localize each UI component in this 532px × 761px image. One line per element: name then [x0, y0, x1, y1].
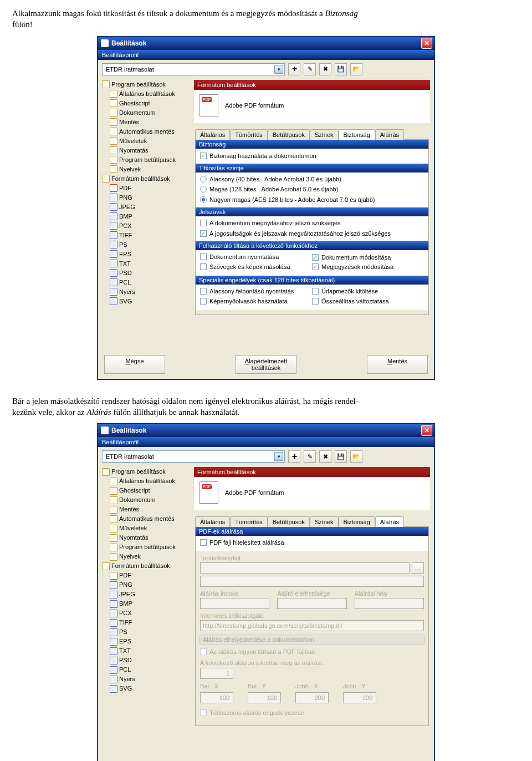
tree-item[interactable]: Program betűtípusok [102, 155, 191, 165]
tree-item[interactable]: JPEG [102, 590, 191, 599]
reason-field[interactable] [200, 598, 269, 609]
tree-item[interactable]: JPEG [102, 202, 191, 212]
close-icon[interactable]: ✕ [421, 38, 432, 49]
browse-button[interactable]: … [412, 562, 424, 574]
tree-item[interactable]: TIFF [102, 618, 191, 627]
block-modify-checkbox[interactable]: ✓Dokumentum módosítása [312, 253, 391, 262]
profile-add-icon[interactable]: ✚ [288, 450, 300, 463]
tree-item[interactable]: EPS [102, 250, 191, 259]
use-security-checkbox[interactable]: ✓Biztonság használata a dokumentumon [200, 151, 316, 160]
profile-save-icon[interactable]: 💾 [335, 63, 347, 75]
tree-item[interactable]: Általános beállítások [102, 89, 191, 99]
enc-vhigh-radio[interactable]: Nagyon magas (AES 128 bites - Adobe Acro… [200, 195, 375, 204]
tree-item[interactable]: SVG [102, 297, 191, 306]
tree-item[interactable]: Nyomtatás [102, 146, 191, 155]
tree-item[interactable]: Dokumentum [102, 108, 191, 118]
pw-perm-checkbox[interactable]: ✓A jogosultságok és jelszavak megváltozt… [200, 229, 391, 238]
profile-save-icon[interactable]: 💾 [335, 450, 347, 463]
sp-lowres-checkbox[interactable]: Alacsony felbontású nyomtatás [200, 287, 294, 296]
tree-item[interactable]: Műveletek [102, 524, 191, 533]
tab-szinek[interactable]: Színek [310, 129, 339, 140]
tab-betutipusok[interactable]: Betűtípusok [268, 129, 310, 140]
tree-item[interactable]: EPS [102, 637, 191, 646]
defaults-button[interactable]: Alapértelmezettbeállítások [236, 355, 296, 374]
chevron-down-icon[interactable]: ▾ [274, 65, 283, 74]
profile-open-icon[interactable]: 📂 [350, 450, 362, 463]
tree-item[interactable]: PSD [102, 656, 191, 665]
tree-item[interactable]: Nyers [102, 674, 191, 684]
profile-open-icon[interactable]: 📂 [350, 63, 362, 75]
tree-item[interactable]: Nyomtatás [102, 533, 191, 542]
sign-enable-checkbox[interactable]: PDF fájl hitelesített aláírása [200, 538, 284, 547]
tree-item[interactable]: Automatikus mentés [102, 127, 191, 136]
close-icon[interactable]: ✕ [421, 425, 432, 436]
tab-szinek[interactable]: Színek [310, 516, 339, 527]
tree-item[interactable]: PCL [102, 665, 191, 674]
sp-assemble-checkbox[interactable]: Összeállítás változtatása [312, 297, 389, 306]
tree-item[interactable]: Műveletek [102, 136, 191, 146]
sp-screen-checkbox[interactable]: Képernyőolvasók használata [200, 297, 288, 306]
location-field[interactable] [355, 598, 424, 609]
tab-altalanos[interactable]: Általános [195, 129, 230, 140]
tree-item[interactable]: Ghostscript [102, 99, 191, 108]
tree-item[interactable]: Program betűtípusok [102, 542, 191, 552]
tab-alairas[interactable]: Aláírás [375, 129, 404, 140]
tab-altalanos[interactable]: Általános [195, 516, 230, 527]
block-copy-checkbox[interactable]: Szövegek és képek másolása [200, 262, 290, 271]
tree-item[interactable]: PSD [102, 268, 191, 278]
tree-item[interactable]: TXT [102, 646, 191, 656]
tree-item[interactable]: Nyelvek [102, 165, 191, 174]
tree-root-format[interactable]: Formátum beállítások [102, 561, 191, 571]
tab-betutipusok[interactable]: Betűtípusok [268, 516, 310, 527]
profile-edit-icon[interactable]: ✎ [304, 63, 316, 75]
cert-pw-field[interactable] [200, 576, 424, 587]
tab-tomorites[interactable]: Tömörítés [230, 129, 268, 140]
titlebar[interactable]: Beállítások ✕ [98, 424, 434, 437]
tree-item[interactable]: TXT [102, 259, 191, 268]
tree-item[interactable]: PS [102, 240, 191, 250]
enc-low-radio[interactable]: Alacsony (40 bites - Adobe Acrobat 3.0 é… [200, 175, 341, 184]
block-print-checkbox[interactable]: Dokumentum nyomtatása [200, 252, 279, 261]
cert-file-field[interactable] [200, 562, 410, 574]
tree-item[interactable]: PDF [102, 184, 191, 193]
nav-tree[interactable]: Program beállítások Általános beállításo… [102, 80, 191, 346]
tree-item[interactable]: SVG [102, 684, 191, 693]
tab-alairas[interactable]: Aláírás [375, 516, 404, 527]
tree-item[interactable]: Ghostscript [102, 486, 191, 495]
save-button[interactable]: Mentés [367, 355, 428, 374]
tree-item[interactable]: Mentés [102, 505, 191, 514]
tree-item[interactable]: Automatikus mentés [102, 514, 191, 524]
profile-add-icon[interactable]: ✚ [288, 63, 300, 75]
tree-item[interactable]: PCL [102, 278, 191, 287]
nav-tree[interactable]: Program beállítások Általános beállításo… [102, 467, 191, 761]
tree-item[interactable]: BMP [102, 599, 191, 608]
tree-item[interactable]: PNG [102, 193, 191, 202]
tree-item[interactable]: PNG [102, 580, 191, 590]
tree-item[interactable]: TIFF [102, 231, 191, 240]
titlebar[interactable]: Beállítások ✕ [98, 37, 434, 50]
chevron-down-icon[interactable]: ▾ [274, 452, 283, 461]
timeserver-field[interactable]: http://timestamp.globalsign.com/scripts/… [200, 620, 424, 631]
tree-item[interactable]: Mentés [102, 118, 191, 127]
tree-item[interactable]: Dokumentum [102, 495, 191, 505]
cancel-button[interactable]: Mégse [104, 355, 165, 374]
tree-item[interactable]: Nyers [102, 287, 191, 297]
profile-delete-icon[interactable]: ✖ [319, 63, 331, 75]
profile-select[interactable]: ETDR iratmasolat ▾ [102, 450, 285, 463]
tree-item[interactable]: Általános beállítások [102, 476, 191, 486]
pw-open-checkbox[interactable]: A dokumentum megnyitásához jelszó szüksé… [200, 219, 341, 227]
tab-biztonsag[interactable]: Biztonság [339, 129, 375, 140]
profile-edit-icon[interactable]: ✎ [304, 450, 316, 463]
tree-root-program[interactable]: Program beállítások [102, 80, 191, 89]
contact-field[interactable] [277, 598, 346, 609]
block-comments-checkbox[interactable]: ✓Megjegyzések módosítása [312, 262, 393, 271]
sp-form-checkbox[interactable]: Űrlapmezők kitöltése [312, 287, 378, 296]
tree-item[interactable]: PCX [102, 221, 191, 231]
tree-item[interactable]: PDF [102, 571, 191, 580]
tab-biztonsag[interactable]: Biztonság [339, 516, 375, 527]
tree-item[interactable]: Nyelvek [102, 552, 191, 561]
tree-root-format[interactable]: Formátum beállítások [102, 174, 191, 184]
enc-high-radio[interactable]: Magas (128 bites - Adobe Acrobat 5.0 és … [200, 185, 338, 194]
profile-select[interactable]: ETDR iratmasolat ▾ [102, 63, 285, 75]
tree-item[interactable]: PS [102, 627, 191, 637]
